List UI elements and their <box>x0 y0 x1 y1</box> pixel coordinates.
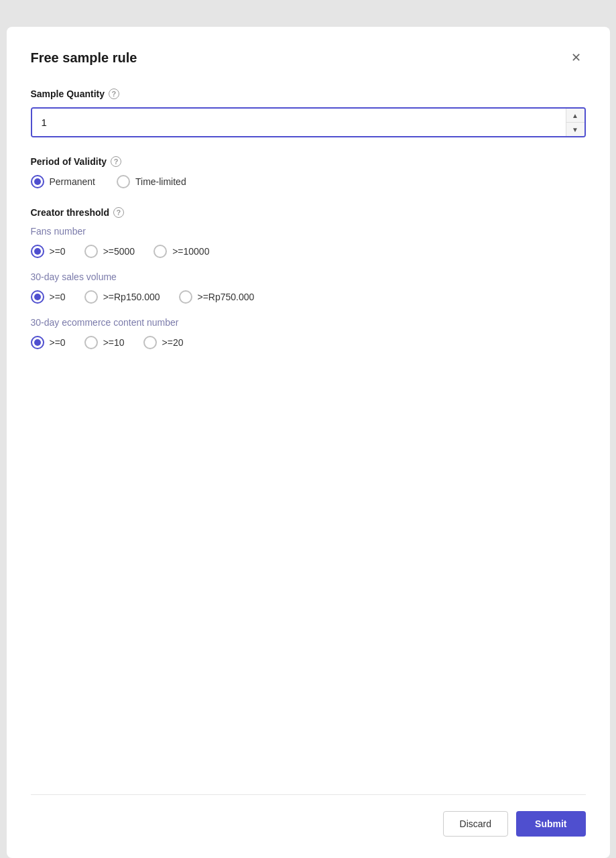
sales-volume-radio-group: >=0 >=Rp150.000 >=Rp750.000 <box>31 290 586 304</box>
ecommerce-content-radio-group: >=0 >=10 >=20 <box>31 336 586 349</box>
sales-gte0-label: >=0 <box>50 292 66 302</box>
sales-gte0-option[interactable]: >=0 <box>31 290 66 304</box>
close-button[interactable]: ✕ <box>567 48 586 67</box>
sales-volume-label: 30-day sales volume <box>31 271 586 282</box>
free-sample-rule-modal: Free sample rule ✕ Sample Quantity ? ▲ ▼ <box>7 27 610 858</box>
permanent-radio[interactable] <box>31 175 44 188</box>
ec-gte0-label: >=0 <box>50 337 66 348</box>
sample-quantity-section: Sample Quantity ? ▲ ▼ <box>31 88 586 137</box>
fans-gte10000-radio[interactable] <box>153 245 167 258</box>
quantity-spinner: ▲ ▼ <box>566 109 584 136</box>
time-limited-label: Time-limited <box>135 176 186 187</box>
fans-gte10000-option[interactable]: >=10000 <box>153 245 209 258</box>
sample-quantity-label: Sample Quantity ? <box>31 88 586 99</box>
ecommerce-content-section: 30-day ecommerce content number >=0 >=10 <box>31 317 586 349</box>
fans-gte5000-option[interactable]: >=5000 <box>84 245 135 258</box>
fans-number-section: Fans number >=0 >=5000 >=10000 <box>31 226 586 258</box>
modal-footer: Discard Submit <box>31 794 586 837</box>
ec-gte0-radio[interactable] <box>31 336 44 349</box>
fans-gte0-label: >=0 <box>50 246 66 257</box>
fans-number-label: Fans number <box>31 226 586 237</box>
fans-number-radio-group: >=0 >=5000 >=10000 <box>31 245 586 258</box>
ec-gte10-option[interactable]: >=10 <box>84 336 125 349</box>
fans-gte0-option[interactable]: >=0 <box>31 245 66 258</box>
sales-gte150-option[interactable]: >=Rp150.000 <box>84 290 160 304</box>
sales-volume-section: 30-day sales volume >=0 >=Rp150.000 > <box>31 271 586 304</box>
sales-gte0-radio[interactable] <box>31 290 44 304</box>
sample-quantity-help-icon[interactable]: ? <box>109 88 119 99</box>
permanent-option[interactable]: Permanent <box>31 175 95 188</box>
fans-gte5000-label: >=5000 <box>103 246 135 257</box>
period-of-validity-help-icon[interactable]: ? <box>111 156 121 167</box>
submit-button[interactable]: Submit <box>516 811 585 837</box>
quantity-input-wrapper: ▲ ▼ <box>31 107 586 137</box>
ec-gte20-radio[interactable] <box>143 336 157 349</box>
modal-content: Sample Quantity ? ▲ ▼ Period of Validity… <box>31 88 586 794</box>
period-of-validity-radio-group: Permanent Time-limited <box>31 175 586 188</box>
creator-threshold-label: Creator threshold ? <box>31 207 586 218</box>
sales-gte750-radio[interactable] <box>179 290 192 304</box>
fans-gte5000-radio[interactable] <box>84 245 98 258</box>
quantity-decrement-button[interactable]: ▼ <box>566 123 584 136</box>
discard-button[interactable]: Discard <box>443 811 508 837</box>
ec-gte20-label: >=20 <box>162 337 184 348</box>
creator-threshold-section: Creator threshold ? Fans number >=0 >=50… <box>31 207 586 349</box>
quantity-increment-button[interactable]: ▲ <box>566 109 584 123</box>
sales-gte150-label: >=Rp150.000 <box>103 292 160 302</box>
sales-gte750-option[interactable]: >=Rp750.000 <box>179 290 255 304</box>
ec-gte10-label: >=10 <box>103 337 125 348</box>
period-of-validity-label: Period of Validity ? <box>31 156 586 167</box>
fans-gte10000-label: >=10000 <box>172 246 209 257</box>
modal-header: Free sample rule ✕ <box>31 48 586 67</box>
ecommerce-content-label: 30-day ecommerce content number <box>31 317 586 328</box>
ec-gte0-option[interactable]: >=0 <box>31 336 66 349</box>
time-limited-radio[interactable] <box>117 175 130 188</box>
time-limited-option[interactable]: Time-limited <box>117 175 186 188</box>
period-of-validity-section: Period of Validity ? Permanent Time-limi… <box>31 156 586 188</box>
fans-gte0-radio[interactable] <box>31 245 44 258</box>
sample-quantity-input[interactable] <box>32 109 566 136</box>
ec-gte10-radio[interactable] <box>84 336 98 349</box>
sales-gte150-radio[interactable] <box>84 290 98 304</box>
creator-threshold-help-icon[interactable]: ? <box>113 207 124 218</box>
sales-gte750-label: >=Rp750.000 <box>198 292 255 302</box>
ec-gte20-option[interactable]: >=20 <box>143 336 184 349</box>
permanent-label: Permanent <box>50 176 95 187</box>
modal-title: Free sample rule <box>31 50 137 66</box>
